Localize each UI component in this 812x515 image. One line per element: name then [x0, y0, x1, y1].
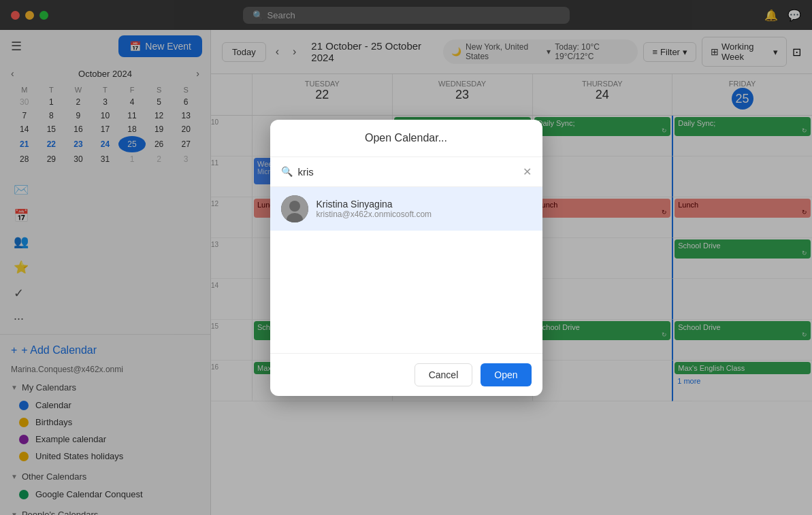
modal-clear-button[interactable]: ✕ — [523, 165, 532, 178]
modal-title: Open Calendar... — [270, 120, 542, 157]
user-avatar — [281, 195, 308, 222]
modal-search-result[interactable]: Kristina Sinyagina kristina@x462x.onmico… — [270, 187, 542, 231]
modal-user-info: Kristina Sinyagina kristina@x462x.onmico… — [316, 199, 432, 219]
modal-cancel-button[interactable]: Cancel — [415, 363, 473, 386]
modal-user-email: kristina@x462x.onmicosoft.com — [316, 210, 432, 219]
open-calendar-modal: Open Calendar... 🔍 ✕ Kristina Sinyagina … — [270, 120, 542, 396]
modal-search-input[interactable] — [298, 166, 517, 178]
modal-user-name: Kristina Sinyagina — [316, 199, 432, 210]
modal-footer: Cancel Open — [270, 353, 542, 396]
modal-spacer — [270, 231, 542, 353]
modal-search-icon: 🔍 — [281, 166, 293, 177]
modal-search-area: 🔍 ✕ — [270, 157, 542, 187]
modal-overlay[interactable]: Open Calendar... 🔍 ✕ Kristina Sinyagina … — [0, 0, 812, 515]
modal-open-button[interactable]: Open — [481, 363, 531, 386]
svg-point-1 — [289, 201, 300, 212]
